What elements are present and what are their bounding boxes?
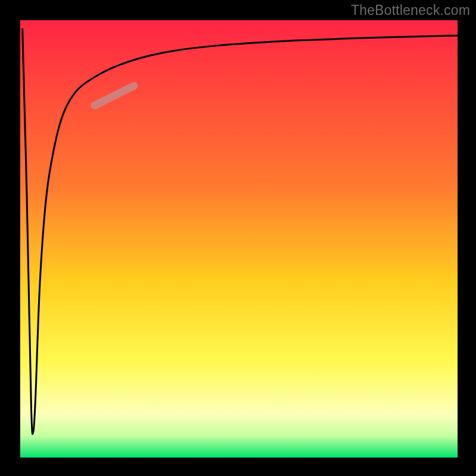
chart-background	[20, 20, 458, 458]
chart-svg	[0, 0, 476, 476]
chart-container: TheBottleneck.com	[0, 0, 476, 476]
